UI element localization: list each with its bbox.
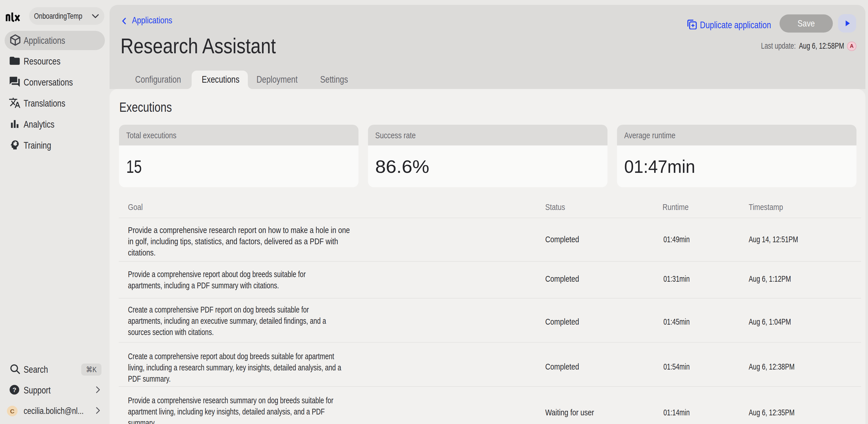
svg-text:?: ?	[12, 386, 17, 393]
